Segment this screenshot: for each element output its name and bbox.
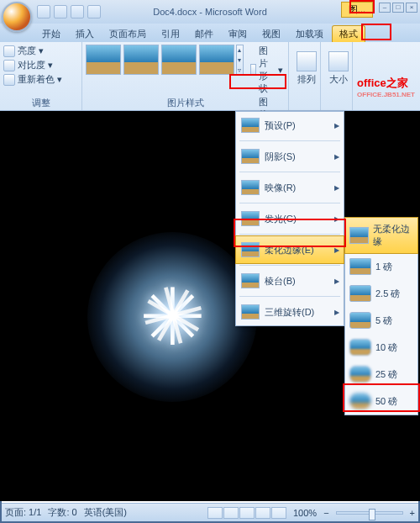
highlight-box [361,24,391,40]
qat-undo-icon[interactable] [54,5,67,18]
soft-thumb-icon [349,366,371,383]
chevron-right-icon: ▶ [334,309,339,316]
zoom-level[interactable]: 100% [293,508,317,518]
preset-icon [241,118,260,133]
style-thumb[interactable] [123,45,159,75]
brightness-icon [3,45,15,57]
tab-addins[interactable]: 加载项 [289,26,330,42]
style-thumb[interactable] [161,45,197,75]
view-print-layout[interactable] [207,507,223,519]
status-bar: 页面: 1/1 字数: 0 英语(美国) 100% − + [2,503,418,521]
status-page[interactable]: 页面: 1/1 [5,506,41,519]
size-button[interactable]: 大小 [324,45,353,92]
view-draft[interactable] [271,507,286,519]
view-full-screen[interactable] [223,507,239,519]
watermark: office之家 OFFICE.JB51.NET [357,76,415,98]
status-language[interactable]: 英语(美国) [84,506,127,519]
tab-page-layout[interactable]: 页面布局 [102,26,153,42]
highlight-box [229,74,286,89]
group-adjust: 亮度 ▾ 对比度 ▾ 重新着色 ▾ 调整 [0,42,82,110]
tab-review[interactable]: 审阅 [222,26,254,42]
tab-format[interactable]: 格式 [332,25,365,42]
tab-insert[interactable]: 插入 [69,26,101,42]
arrange-button[interactable]: 排列 [292,45,321,92]
style-thumb[interactable] [199,45,234,75]
tab-references[interactable]: 引用 [155,26,186,42]
bevel-icon [241,273,260,288]
inserted-picture[interactable] [109,254,235,380]
chevron-right-icon: ▶ [334,277,339,285]
highlight-box [234,219,346,247]
close-button[interactable]: × [406,3,417,13]
highlight-box [349,0,375,13]
group-arrange: 排列 [289,42,321,110]
qat-redo-icon[interactable] [71,5,84,18]
fx-reflection[interactable]: 映像(R)▶ [236,174,344,201]
tab-home[interactable]: 开始 [35,26,67,42]
zoom-in-button[interactable]: + [410,508,415,518]
minimize-button[interactable]: – [379,3,391,13]
fx-bevel[interactable]: 棱台(B)▶ [236,267,344,294]
contrast-icon [3,60,15,71]
soft-thumb-icon [349,339,371,356]
contrast-button[interactable]: 对比度 ▾ [3,59,78,71]
soft-thumb-icon [349,227,369,244]
chevron-right-icon: ▶ [334,122,339,129]
tab-view[interactable]: 视图 [255,26,287,42]
tab-mailings[interactable]: 邮件 [188,26,220,42]
chevron-right-icon: ▶ [334,153,339,161]
style-thumb[interactable] [86,45,121,75]
group-label: 调整 [0,97,81,109]
gallery-more-button[interactable]: ▴▾▿ [236,45,244,75]
fx-3d-rotation[interactable]: 三维旋转(D)▶ [236,298,344,325]
size-icon [328,51,349,71]
soft-thumb-icon [349,312,371,329]
view-web-layout[interactable] [239,507,255,519]
office-button[interactable] [2,2,32,32]
arrange-icon [297,51,317,71]
soft-thumb-icon [349,258,371,275]
title-bar: Doc4.docx - Microsoft Word 图... – □ × [0,0,420,24]
brightness-button[interactable]: 亮度 ▾ [3,45,78,57]
zoom-slider[interactable] [336,511,403,515]
recolor-icon [3,74,15,86]
window-title: Doc4.docx - Microsoft Word [153,7,267,17]
soft-5pt[interactable]: 5 磅 [345,307,417,334]
soft-1pt[interactable]: 1 磅 [345,253,417,280]
group-label: 图片样式 [82,97,288,109]
chevron-right-icon: ▶ [334,184,339,192]
ribbon-tabs: 开始 插入 页面布局 引用 邮件 审阅 视图 加载项 格式 [0,24,420,42]
quick-access-toolbar [37,5,101,18]
ribbon: 亮度 ▾ 对比度 ▾ 重新着色 ▾ 调整 ▴▾▿ 图片形状 ▾ 图片边框 ▾ 图… [0,42,420,111]
group-size: 大小 [321,42,353,110]
reflection-icon [241,180,260,195]
window-controls: – □ × [379,3,417,13]
fx-shadow[interactable]: 阴影(S)▶ [236,143,344,170]
view-buttons [207,507,286,519]
rotation-3d-icon [241,304,260,320]
shadow-icon [241,149,260,164]
soft-10pt[interactable]: 10 磅 [345,334,417,361]
recolor-button[interactable]: 重新着色 ▾ [3,73,78,86]
soft-none[interactable]: 无柔化边缘 [344,217,418,254]
soft-2-5pt[interactable]: 2.5 磅 [345,280,417,307]
highlight-box [343,383,420,412]
fx-preset[interactable]: 预设(P)▶ [236,112,344,139]
status-words[interactable]: 字数: 0 [48,506,76,519]
maximize-button[interactable]: □ [392,3,404,13]
qat-customize-icon[interactable] [87,5,101,18]
soft-thumb-icon [349,285,371,302]
view-outline[interactable] [255,507,270,519]
qat-save-icon[interactable] [37,5,50,18]
zoom-out-button[interactable]: − [323,508,328,518]
